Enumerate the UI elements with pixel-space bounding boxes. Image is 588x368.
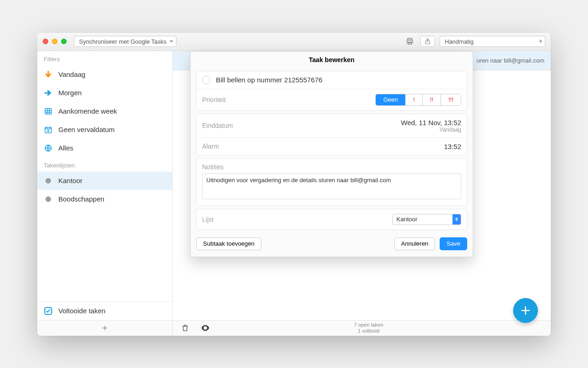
titlebar: Synchroniseer met Google Tasks Handmatig [37, 33, 551, 51]
sidebar-filter-all[interactable]: Alles [37, 139, 172, 157]
enddate-relative: Vandaag [401, 126, 461, 133]
save-button[interactable]: Save [440, 237, 467, 250]
globe-icon [44, 144, 53, 153]
close-window-button[interactable] [43, 39, 48, 44]
list-select-value: Kantoor [396, 216, 418, 223]
task-row-fragment: uren naar bill@gmail.com [476, 57, 544, 64]
enddate-label: Einddatum [202, 122, 233, 129]
sync-dropdown-label: Synchroniseer met Google Tasks [79, 38, 167, 45]
svg-rect-4 [45, 109, 51, 114]
sidebar-filter-today[interactable]: Vandaag [37, 65, 172, 84]
svg-rect-5 [45, 127, 51, 132]
list-label: Lijst [202, 216, 214, 223]
notes-textarea[interactable] [202, 173, 461, 199]
priority-low-button[interactable]: ! [405, 94, 422, 105]
priority-segmented-control: Geen ! !! !!! [375, 94, 461, 106]
alarm-label: Alarm [202, 143, 219, 150]
notes-label: Notities [202, 163, 224, 171]
sidebar-item-label: Morgen [58, 89, 82, 97]
sidebar: Filters Vandaag Morgen Aankomende week [37, 51, 173, 320]
check-square-icon [44, 306, 53, 316]
print-icon[interactable] [404, 36, 416, 47]
dialog-title: Taak bewerken [191, 52, 473, 68]
lists-heading: Takenlijsten [37, 157, 172, 172]
footer-stats: 7 open taken 1 voltooid [354, 322, 384, 334]
list-bullet-icon [44, 195, 53, 204]
filters-heading: Filters [37, 51, 172, 65]
svg-point-8 [204, 327, 206, 329]
priority-none-button[interactable]: Geen [376, 94, 405, 105]
eye-icon[interactable] [199, 322, 211, 334]
list-select[interactable]: Kantoor [392, 214, 461, 225]
app-window: Synchroniseer met Google Tasks Handmatig… [37, 33, 551, 336]
sidebar-item-label: Kantoor [58, 177, 83, 184]
done-count: 1 voltooid [354, 328, 384, 334]
sidebar-item-label: Geen vervaldatum [58, 126, 115, 133]
sync-dropdown[interactable]: Synchroniseer met Google Tasks [74, 36, 176, 47]
sidebar-list-kantoor[interactable]: Kantoor [37, 172, 172, 190]
refresh-interval-value: Handmatig [445, 38, 474, 45]
sidebar-item-label: Boodschappen [58, 195, 104, 203]
sidebar-item-label: Voltooide taken [58, 307, 106, 315]
sidebar-item-label: Vandaag [58, 70, 85, 78]
sidebar-filter-tomorrow[interactable]: Morgen [37, 84, 172, 102]
sidebar-list-boodschappen[interactable]: Boodschappen [37, 190, 172, 208]
refresh-interval-select[interactable]: Handmatig [440, 36, 545, 47]
add-subtask-button[interactable]: Subtaak toevoegen [196, 237, 261, 250]
sidebar-filter-upcoming-week[interactable]: Aankomende week [37, 102, 172, 121]
priority-medium-button[interactable]: !! [422, 94, 441, 105]
minimize-window-button[interactable] [52, 39, 57, 44]
cancel-button[interactable]: Annuleren [394, 237, 435, 250]
arrow-down-icon [44, 70, 53, 79]
task-title: Bill bellen op nummer 2125557676 [216, 76, 322, 84]
task-complete-checkbox[interactable] [202, 76, 210, 84]
footer: 7 open taken 1 voltooid [37, 320, 551, 336]
edit-task-dialog: Taak bewerken Bill bellen op nummer 2125… [190, 51, 473, 257]
sidebar-filter-no-due-date[interactable]: Geen vervaldatum [37, 121, 172, 139]
add-list-button[interactable] [37, 321, 173, 336]
add-task-fab[interactable] [513, 298, 538, 323]
open-count: 7 open taken [354, 322, 384, 328]
arrow-right-icon [44, 88, 53, 98]
trash-icon[interactable] [179, 322, 191, 334]
share-icon[interactable] [420, 36, 435, 47]
calendar-grid-icon [44, 107, 53, 116]
calendar-x-icon [44, 125, 53, 134]
alarm-value[interactable]: 13:52 [444, 143, 461, 150]
zoom-window-button[interactable] [61, 39, 67, 44]
sidebar-item-label: Aankomende week [58, 107, 117, 115]
sidebar-completed-tasks[interactable]: Voltooide taken [37, 301, 172, 320]
enddate-value[interactable]: Wed, 11 Nov, 13:52 [401, 119, 461, 126]
sidebar-item-label: Alles [58, 144, 74, 152]
list-bullet-icon [44, 176, 53, 185]
priority-high-button[interactable]: !!! [441, 94, 461, 105]
window-controls [43, 39, 67, 44]
priority-label: Prioriteit [202, 96, 226, 104]
